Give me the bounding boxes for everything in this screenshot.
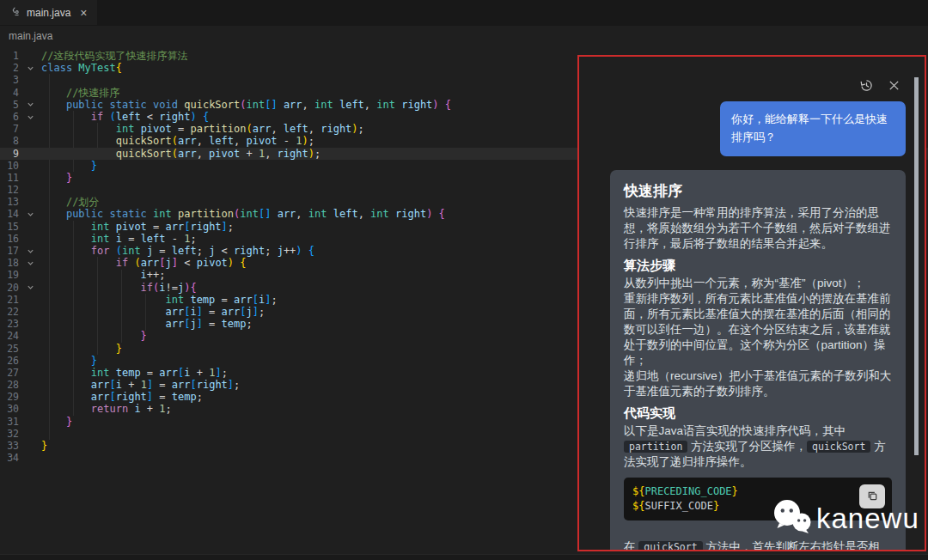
line-number: 3: [0, 74, 19, 86]
code-token: }: [116, 343, 122, 355]
code-token: quickSort: [184, 99, 240, 111]
code-token: ,: [197, 148, 209, 160]
code-token: arr: [284, 99, 302, 111]
fold-spacer: [19, 318, 41, 330]
fold-spacer: [19, 416, 41, 428]
code-token: public: [66, 99, 103, 111]
code-token: [327, 208, 333, 220]
code-text: arr[i + 1] = arr[right];: [41, 379, 240, 391]
code-token: +: [122, 379, 141, 391]
code-token: [197, 111, 203, 123]
line-number: 22: [0, 306, 19, 318]
code-token: [41, 330, 141, 342]
line-number: 13: [0, 196, 19, 208]
code-token: ;: [197, 245, 209, 257]
line-number: 20: [0, 282, 19, 294]
code-token: int: [91, 367, 110, 379]
code-token: [41, 282, 141, 294]
line-number: 16: [0, 233, 19, 245]
fold-spacer: [19, 330, 41, 342]
code-token: +: [141, 403, 160, 415]
fold-chevron-icon[interactable]: [19, 208, 41, 220]
code-token: ): [308, 148, 314, 160]
fold-spacer: [19, 160, 41, 172]
code-token: class: [41, 62, 72, 74]
code-token: right: [401, 99, 432, 111]
code-token: [41, 123, 116, 135]
chat-scrollbar[interactable]: [914, 77, 919, 455]
code-text: }: [41, 416, 72, 428]
code-token: if: [91, 111, 103, 123]
assistant-paragraph: 以下是Java语言实现的快速排序代码，其中 partition 方法实现了分区操…: [624, 423, 892, 470]
code-token: ;: [314, 148, 321, 160]
code-token: [41, 391, 91, 403]
fold-spacer: [19, 269, 41, 281]
history-icon[interactable]: [859, 78, 874, 93]
code-token: return: [91, 403, 128, 415]
code-token: ;: [228, 221, 234, 233]
fold-chevron-icon[interactable]: [19, 257, 41, 269]
fold-spacer: [19, 403, 41, 415]
code-token: {: [190, 282, 196, 294]
tab-close-icon[interactable]: ×: [80, 7, 87, 19]
code-text: quickSort(arr, pivot + 1, right);: [41, 148, 321, 160]
code-token: ]: [228, 379, 234, 391]
code-token: if: [116, 257, 128, 269]
fold-spacer: [19, 343, 41, 355]
code-token: [: [159, 257, 165, 269]
code-token: arr: [178, 135, 197, 147]
fold-chevron-icon[interactable]: [19, 282, 41, 294]
line-number: 33: [0, 440, 19, 452]
code-token: //划分: [66, 196, 99, 208]
code-token: int: [314, 99, 333, 111]
code-text: int temp = arr[i + 1];: [41, 367, 228, 379]
ai-chat-panel: 你好，能给解释一下什么是快速排序吗？ 快速排序快速排序是一种常用的排序算法，采用…: [578, 56, 925, 551]
code-text: }: [41, 330, 147, 342]
code-token: [41, 318, 166, 330]
code-token: [41, 343, 116, 355]
assistant-message-bubble: 快速排序快速排序是一种常用的排序算法，采用了分治的思想，将原始数组分为若干个子数…: [610, 170, 906, 551]
code-token: arr: [159, 367, 178, 379]
close-icon[interactable]: [887, 78, 901, 93]
code-text: int pivot = arr[right];: [41, 221, 234, 233]
code-token: [109, 233, 115, 245]
code-token: 1: [141, 379, 147, 391]
code-token: int: [376, 99, 395, 111]
line-number: 1: [0, 50, 19, 62]
code-token: [41, 403, 91, 415]
code-token: static: [110, 208, 147, 220]
code-token: (: [240, 99, 246, 111]
code-token: ;: [166, 403, 172, 415]
code-token: ): [190, 111, 196, 123]
code-token: =: [141, 367, 160, 379]
fold-chevron-icon[interactable]: [19, 99, 41, 111]
code-token: arr: [278, 208, 296, 220]
assistant-paragraph: 快速排序是一种常用的排序算法，采用了分治的思想，将原始数组分为若干个子数组，然后…: [624, 205, 892, 252]
code-token: temp: [190, 294, 215, 306]
fold-chevron-icon[interactable]: [19, 245, 41, 257]
code-token: ,: [265, 148, 277, 160]
fold-spacer: [19, 440, 41, 452]
code-token: ): [302, 135, 308, 147]
code-token: left: [209, 135, 234, 147]
code-token: ]: [253, 306, 259, 318]
fold-spacer: [19, 123, 41, 135]
code-text: int temp = arr[i];: [41, 294, 278, 306]
code-token: right: [395, 208, 426, 220]
code-text: if (left < right) {: [41, 111, 209, 123]
fold-chevron-icon[interactable]: [19, 62, 41, 74]
code-token: [41, 379, 91, 391]
code-token: ${: [632, 485, 644, 497]
code-token: [41, 148, 116, 160]
line-number: 17: [0, 245, 19, 257]
tab-main-java[interactable]: main.java ×: [0, 0, 98, 25]
code-token: left: [339, 99, 364, 111]
fold-spacer: [19, 379, 41, 391]
java-file-icon: [9, 6, 21, 20]
code-token: [271, 208, 277, 220]
code-token: [432, 208, 438, 220]
code-token: right: [278, 148, 308, 160]
fold-chevron-icon[interactable]: [19, 111, 41, 123]
code-token: int: [240, 208, 259, 220]
code-token: }: [66, 416, 72, 428]
